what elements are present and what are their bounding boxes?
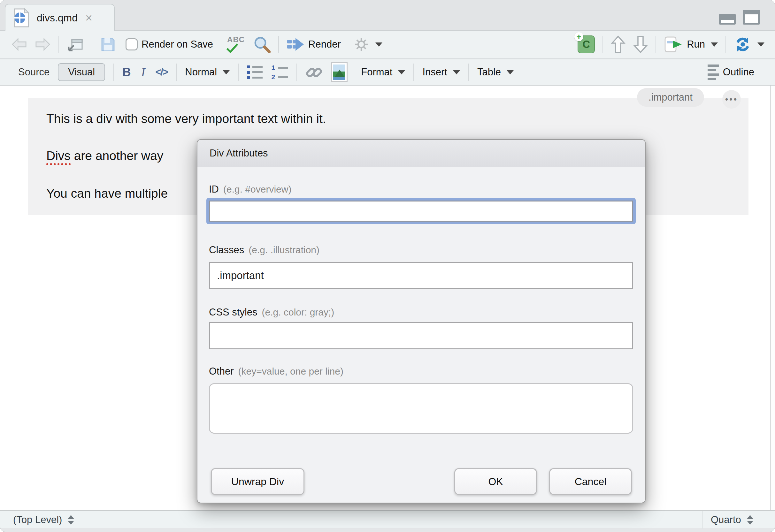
separator [278,36,279,53]
maximize-pane-icon[interactable] [743,10,760,25]
source-mode-button[interactable]: Source [18,66,49,78]
gear-icon [353,36,369,53]
separator [468,64,469,81]
other-label: Other(key=value, one per line) [209,366,343,377]
separator [58,36,59,53]
separator [113,64,114,81]
misspelled-word[interactable]: Divs [46,149,71,165]
chevron-down-icon [398,70,405,74]
outline-level-selector[interactable]: (Top Level) [4,511,703,528]
paragraph[interactable]: You can have multiple [46,186,168,201]
unwrap-div-button[interactable]: Unwrap Div [211,468,304,495]
forward-icon[interactable] [35,37,51,51]
rerun-icon [734,36,752,53]
chevron-down-icon [711,42,718,47]
id-hint: (e.g. #overview) [223,184,291,194]
close-icon[interactable]: × [85,12,92,24]
document-format-selector[interactable]: Quarto [704,511,775,528]
format-toolbar: Source Visual B I </> Normal 1 2 [0,59,775,86]
other-hint: (key=value, one per line) [238,366,343,376]
separator [296,64,297,81]
render-options-button[interactable] [353,36,382,53]
quarto-file-icon [12,8,30,28]
run-button[interactable]: Run [664,36,718,53]
div-attributes-dialog: Div Attributes ID(e.g. #overview) Classe… [197,139,646,503]
bullet-list-button[interactable] [247,65,262,79]
table-menu[interactable]: Table [477,66,514,78]
classes-label: Classes(e.g. .illustration) [209,244,319,256]
open-in-new-window-icon[interactable] [67,36,84,52]
separator [726,36,726,53]
classes-hint: (e.g. .illustration) [248,245,319,255]
format-menu[interactable]: Format [361,66,405,78]
separator [656,36,656,53]
tab-divs-qmd[interactable]: divs.qmd × [5,4,115,31]
css-styles-hint: (e.g. color: gray;) [262,307,334,317]
chevron-down-icon [223,70,230,74]
div-options-button[interactable]: ••• [722,90,741,109]
id-input[interactable] [209,201,633,222]
document-format-label: Quarto [711,514,741,526]
back-icon[interactable] [11,37,27,51]
rstudio-source-pane: divs.qmd × Render on Save [0,0,775,532]
up-down-arrows-icon [747,515,753,525]
separator [603,36,603,53]
other-textarea[interactable] [209,383,633,434]
id-label: ID(e.g. #overview) [209,184,291,195]
outline-label: Outline [723,66,754,78]
numbered-list-button[interactable]: 1 2 [271,64,288,80]
status-bar: (Top Level) Quarto [0,510,775,528]
separator [238,64,239,81]
chevron-down-icon [757,42,764,47]
render-label: Render [308,39,341,50]
bold-button[interactable]: B [122,65,131,79]
insert-menu[interactable]: Insert [422,66,460,78]
search-icon[interactable] [253,36,270,53]
render-on-save-label: Render on Save [141,39,213,50]
rerun-button[interactable] [734,36,764,53]
css-styles-input[interactable] [209,322,633,349]
div-class-badge[interactable]: .important [637,88,704,107]
main-toolbar: Render on Save ABC Render [0,31,775,59]
outline-toggle[interactable]: Outline [708,65,754,80]
visual-mode-button[interactable]: Visual [58,63,105,81]
up-down-arrows-icon [68,515,74,525]
chevron-down-icon [507,70,514,74]
link-icon[interactable] [305,64,323,81]
tab-bar: divs.qmd × [0,0,775,31]
render-button[interactable]: Render [286,37,341,52]
image-icon[interactable] [331,62,347,82]
code-button[interactable]: </> [156,66,168,78]
paragraph[interactable]: Divs are another way [46,149,163,163]
spellcheck-icon[interactable]: ABC [225,35,246,54]
scrollbar-gutter[interactable] [770,86,775,510]
chevron-down-icon [453,70,460,74]
css-styles-label: CSS styles(e.g. color: gray;) [209,307,334,318]
go-previous-section-icon[interactable] [611,35,626,54]
separator [176,64,177,81]
chevron-down-icon [375,42,382,47]
render-on-save-toggle[interactable]: Render on Save [125,38,213,50]
run-label: Run [687,39,705,50]
render-icon [286,37,304,52]
outline-level-label: (Top Level) [13,514,62,526]
ok-button[interactable]: OK [454,468,537,495]
separator [92,36,92,53]
run-icon [664,36,683,53]
minimize-pane-icon[interactable] [719,14,736,25]
go-next-section-icon[interactable] [633,35,648,54]
classes-input[interactable] [209,262,633,289]
cancel-button[interactable]: Cancel [549,468,632,495]
save-icon[interactable] [100,36,116,52]
italic-button[interactable]: I [139,65,147,79]
render-on-save-checkbox[interactable] [125,38,138,50]
paragraph-style-dropdown[interactable]: Normal [185,66,230,78]
plus-badge-icon: + [574,32,583,41]
separator [414,64,414,81]
paragraph[interactable]: This is a div with some very important t… [46,112,326,126]
outline-icon [708,65,719,80]
tab-title: divs.qmd [37,12,78,24]
dialog-title: Div Attributes [197,140,645,167]
insert-chunk-button[interactable]: C + [578,35,595,53]
